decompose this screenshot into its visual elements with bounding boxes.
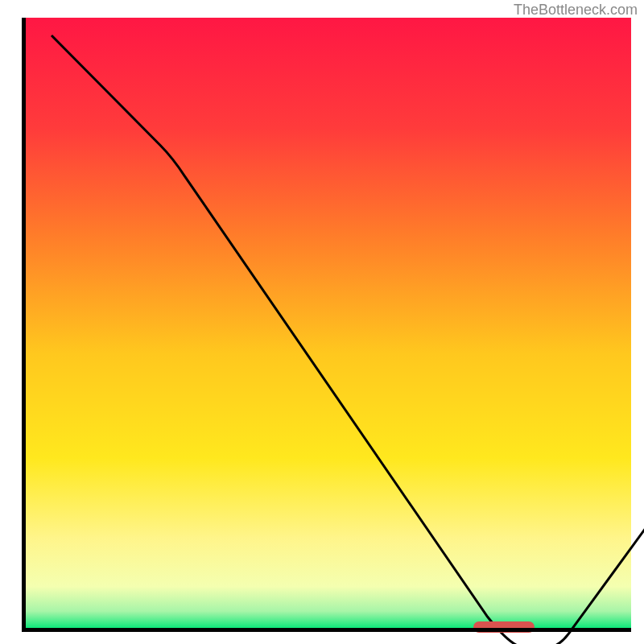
x-axis	[22, 628, 631, 632]
y-axis	[22, 18, 26, 632]
chart-container	[0, 0, 644, 644]
plot-area	[26, 18, 631, 630]
watermark-text: TheBottleneck.com	[514, 2, 638, 19]
bottleneck-curve	[52, 35, 644, 644]
